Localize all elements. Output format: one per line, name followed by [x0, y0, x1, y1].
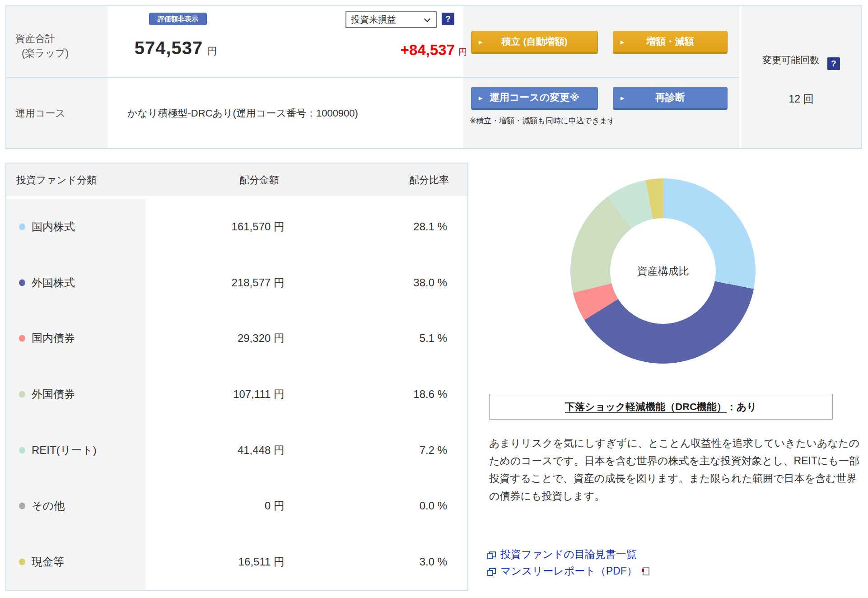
profit-loss-value: +84,537円 [304, 42, 467, 59]
donut-center: 資産構成比 [610, 218, 716, 324]
table-row: 国内株式 161,570 円 28.1 % [6, 199, 467, 255]
rediagnosis-button-label: 再診断 [655, 92, 685, 103]
apply-note: ※積立・増額・減額も同時に申込できます [470, 116, 616, 126]
course-label: 運用コース [15, 107, 65, 120]
drc-feature-status: ：あり [727, 401, 757, 412]
category-ratio: 3.0 % [312, 556, 447, 568]
course-description: あまりリスクを気にしすぎずに、とことん収益性を追求していきたいあなたのためのコー… [489, 434, 860, 505]
table-row: その他 0 円 0.0 % [6, 478, 467, 534]
allocation-table: 投資ファンド分類 配分金額 配分比率 国内株式 161,570 円 28.1 %… [5, 163, 468, 591]
prospectus-link[interactable]: 投資ファンドの目論見書一覧 [489, 547, 637, 561]
monthly-report-link-label: マンスリーレポート（PDF） [500, 565, 637, 577]
category-amount: 218,577 円 [149, 276, 285, 290]
category-amount: 16,511 円 [149, 555, 285, 569]
category-color-dot [19, 279, 25, 286]
table-row: 現金等 16,511 円 3.0 % [6, 534, 467, 590]
category-ratio: 5.1 % [312, 332, 447, 345]
category-amount: 107,111 円 [149, 387, 285, 402]
category-label: その他 [32, 499, 65, 513]
table-row: 外国株式 218,577 円 38.0 % [6, 255, 467, 311]
increase-decrease-button-label: 増額・減額 [647, 36, 694, 47]
rediagnosis-button[interactable]: ▶ 再診断 [613, 87, 728, 110]
profit-loss-help-icon[interactable]: ? [442, 13, 454, 25]
table-row: 国内債券 29,320 円 5.1 % [6, 310, 467, 366]
course-value: かなり積極型-DRCあり(運用コース番号：1000900) [127, 107, 358, 120]
category-label: 外国株式 [32, 276, 75, 290]
header-fund-class: 投資ファンド分類 [16, 173, 97, 187]
change-count-content: 変更可能回数 ? 12 回 [742, 6, 861, 148]
prospectus-link-label: 投資ファンドの目論見書一覧 [500, 548, 637, 560]
category-amount: 41,448 円 [149, 443, 285, 458]
table-row: REIT(リート) 41,448 円 7.2 % [6, 422, 467, 478]
total-asset-value: 574,537円 [110, 38, 241, 58]
category-label: 現金等 [32, 555, 64, 569]
donut-title: 資産構成比 [637, 264, 689, 278]
change-count-value: 12 回 [742, 92, 861, 106]
change-count-label: 変更可能回数 [762, 55, 819, 65]
category-ratio: 28.1 % [312, 220, 447, 233]
category-color-dot [19, 559, 25, 565]
monthly-report-link[interactable]: マンスリーレポート（PDF） [489, 564, 649, 578]
asset-total-label-line1: 資産合計 [15, 32, 69, 46]
category-label: 国内株式 [32, 220, 75, 234]
tsumitate-button[interactable]: ▶ 積立 (自動増額) [471, 31, 598, 54]
category-color-dot [19, 335, 25, 342]
header-allocation-ratio: 配分比率 [370, 173, 488, 187]
summary-panel: 資産合計 (楽ラップ) 評価額非表示 574,537円 投資来損益 ? +84,… [5, 5, 862, 149]
category-ratio: 18.6 % [312, 388, 447, 401]
change-count-label-row: 変更可能回数 ? [742, 54, 861, 67]
course-change-button[interactable]: ▶ 運用コースの変更※ [471, 87, 598, 110]
asset-composition-donut: 資産構成比 [570, 178, 756, 364]
change-count-help-icon[interactable]: ? [827, 57, 840, 70]
table-row: 外国債券 107,111 円 18.6 % [6, 366, 467, 422]
arrow-right-icon: ▶ [479, 32, 482, 52]
category-color-dot [19, 223, 25, 230]
category-ratio: 38.0 % [312, 276, 447, 289]
hide-valuation-button[interactable]: 評価額非表示 [149, 13, 207, 25]
asset-total-label: 資産合計 (楽ラップ) [15, 32, 69, 61]
category-amount: 161,570 円 [149, 220, 285, 234]
drc-feature-title: 下落ショック軽減機能（DRC機能） [565, 401, 727, 412]
window-link-icon [489, 568, 496, 574]
pdf-file-icon [643, 567, 649, 575]
row-divider [6, 77, 739, 78]
course-change-button-label: 運用コースの変更※ [490, 92, 579, 103]
category-color-dot [19, 503, 25, 509]
category-amount: 0 円 [149, 499, 285, 513]
arrow-right-icon: ▶ [621, 32, 624, 52]
allocation-table-body: 国内株式 161,570 円 28.1 % 外国株式 218,577 円 38.… [6, 199, 467, 590]
header-allocation-amount: 配分金額 [201, 173, 318, 187]
category-ratio: 0.0 % [312, 500, 447, 512]
tsumitate-button-label: 積立 (自動増額) [502, 36, 568, 47]
category-amount: 29,320 円 [149, 331, 285, 346]
profit-loss-amount: +84,537 [401, 42, 455, 58]
total-asset-unit: 円 [207, 46, 217, 56]
category-ratio: 7.2 % [312, 444, 447, 457]
window-link-icon [489, 551, 496, 557]
category-label: 外国債券 [32, 387, 75, 402]
arrow-right-icon: ▶ [621, 88, 624, 108]
category-color-dot [19, 447, 25, 453]
asset-total-label-line2: (楽ラップ) [15, 46, 69, 61]
category-label: 国内債券 [32, 331, 75, 346]
drc-feature-box: 下落ショック軽減機能（DRC機能）：あり [489, 394, 833, 420]
profit-loss-period-value: 投資来損益 [351, 14, 396, 24]
arrow-right-icon: ▶ [479, 88, 482, 108]
allocation-table-header: 投資ファンド分類 配分金額 配分比率 [6, 164, 467, 196]
profit-loss-unit: 円 [458, 47, 467, 57]
category-label: REIT(リート) [32, 443, 97, 458]
increase-decrease-button[interactable]: ▶ 増額・減額 [613, 31, 728, 54]
chevron-down-icon [424, 16, 430, 22]
profit-loss-period-select[interactable]: 投資来損益 [345, 11, 437, 28]
category-color-dot [19, 391, 25, 398]
total-asset-amount: 574,537 [135, 38, 203, 58]
